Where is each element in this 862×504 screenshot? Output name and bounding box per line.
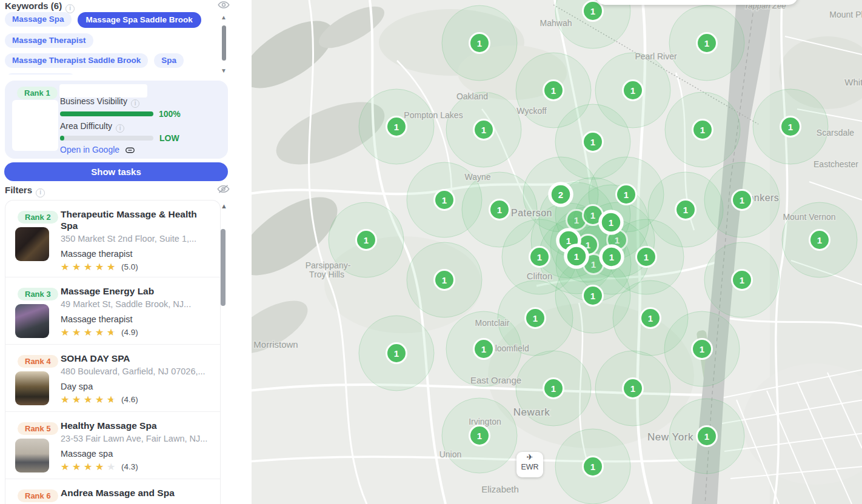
marker-rank-value: 1 (364, 235, 369, 245)
scroll-down-icon[interactable]: ▼ (221, 68, 227, 74)
show-tasks-button[interactable]: Show tasks (4, 162, 228, 181)
hide-results-eye-off-icon[interactable] (217, 184, 230, 197)
keyword-pill-4[interactable]: Spa (154, 53, 184, 68)
rank-marker-1[interactable]: 1 (583, 132, 603, 152)
marker-rank-value: 1 (574, 251, 579, 262)
star-icon: ★★ (95, 394, 107, 405)
rank-marker-1[interactable]: 1 (732, 270, 752, 290)
result-row-rank-2[interactable]: Rank 2Therapeutic Massage & Health Spa35… (5, 201, 220, 277)
business-visibility-label: Business Visibilityi (60, 96, 139, 108)
marker-rank-value: 1 (740, 195, 744, 205)
rank-marker-1[interactable]: 1 (676, 200, 696, 220)
rank-marker-1[interactable]: 1 (623, 379, 643, 399)
star-icon: ★★ (95, 327, 107, 338)
keyword-pill-2[interactable]: Massage Therapist (5, 33, 93, 48)
rank-marker-1[interactable]: 1 (810, 230, 830, 250)
rank-marker-2[interactable]: 2 (550, 184, 572, 205)
map-label-montclair: Montclair (475, 318, 510, 328)
star-rating: ★★★★★★★★★★(4.3) (61, 461, 209, 472)
difficulty-info-icon[interactable]: i (116, 124, 124, 133)
marker-rank-value: 1 (590, 462, 595, 472)
visibility-value: 100% (159, 109, 181, 119)
filters-label: Filtersi (5, 185, 45, 197)
keyword-pill-5[interactable] (5, 73, 76, 75)
map-svg: MahwahTappan ZeeMount PleasantPearl Rive… (252, 0, 862, 504)
rank-marker-1[interactable]: 1 (697, 33, 717, 53)
star-icon: ★★ (95, 261, 107, 273)
map-label-wyckoff: Wyckoff (516, 106, 547, 116)
marker-rank-value: 1 (590, 291, 595, 301)
business-address: 49 Market St, Saddle Brook, NJ... (61, 299, 209, 309)
rank-marker-1[interactable]: 1 (781, 117, 801, 137)
rank-marker-1[interactable]: 1 (474, 120, 494, 140)
marker-rank-value: 1 (740, 275, 744, 285)
list-scroll-up-icon[interactable]: ▲ (221, 202, 227, 210)
business-thumbnail (15, 439, 49, 472)
rank-marker-1[interactable]: 1 (693, 120, 713, 140)
business-address: 350 Market St 2nd Floor, Suite 1,... (61, 234, 209, 244)
marker-rank-value: 1 (615, 235, 620, 245)
business-thumbnail (15, 371, 49, 405)
rank-marker-1[interactable]: 1 (732, 190, 752, 210)
map-search-pill[interactable] (596, 0, 798, 5)
business-name: Therapeutic Massage & Health Spa (61, 206, 209, 231)
keyword-pill-3[interactable]: Massage Therapist Saddle Brook (5, 53, 148, 68)
rank-marker-1[interactable]: 1 (566, 245, 587, 267)
business-category: Massage spa (61, 449, 209, 459)
rank-marker-1[interactable]: 1 (544, 379, 564, 399)
keyword-pill-1[interactable]: Massage Spa Saddle Brook (78, 12, 201, 28)
keyword-pill-0[interactable]: Massage Spa (5, 12, 72, 27)
rank-marker-1[interactable]: 1 (526, 308, 546, 328)
map-label-mahwah: Mahwah (540, 18, 572, 28)
rank-marker-1[interactable]: 1 (356, 230, 376, 250)
rank-marker-1[interactable]: 1 (601, 246, 623, 268)
rank-marker-1[interactable]: 1 (636, 247, 657, 267)
visibility-eye-icon[interactable] (218, 0, 230, 12)
ewr-code-label: EWR (516, 463, 543, 471)
map-label-clifton: Clifton (527, 271, 553, 281)
rank-marker-1[interactable]: 1 (623, 81, 643, 101)
marker-rank-value: 1 (477, 431, 482, 441)
rank-marker-1[interactable]: 1 (544, 81, 564, 101)
rank-marker-1[interactable]: 1 (600, 211, 622, 233)
rank-marker-1[interactable]: 1 (641, 308, 661, 328)
rank-marker-1[interactable]: 1 (583, 286, 603, 306)
marker-rank-value: 1 (497, 205, 502, 215)
rank-marker-1[interactable]: 1 (435, 270, 455, 290)
rank-marker-1[interactable]: 1 (435, 190, 455, 210)
scroll-up-icon[interactable]: ▲ (221, 15, 228, 21)
rank-marker-1[interactable]: 1 (616, 185, 636, 205)
rank-marker-1[interactable]: 1 (387, 343, 407, 363)
visibility-info-icon[interactable]: i (131, 99, 139, 108)
result-row-rank-6[interactable]: Rank 6Andrea Massage and Spa (5, 479, 220, 504)
marker-rank-value: 1 (533, 313, 538, 323)
marker-rank-value: 1 (609, 217, 613, 228)
rank-marker-1[interactable]: 1 (583, 1, 603, 21)
result-row-rank-5[interactable]: Rank 5Healthy Massage Spa23-53 Fair Lawn… (5, 411, 220, 479)
rank-marker-1[interactable]: 1 (692, 339, 712, 359)
star-icon: ★★ (107, 327, 118, 338)
open-in-google-link[interactable]: Open in Google (60, 145, 135, 154)
keywords-scroll-thumb[interactable] (222, 25, 226, 61)
star-icon: ★★ (72, 327, 84, 338)
rank-marker-1[interactable]: 1 (474, 339, 494, 359)
star-icon: ★★ (84, 394, 95, 405)
rank-marker-1[interactable]: 1 (530, 247, 550, 267)
map-label-parsippany-: Parsippany- (306, 260, 351, 270)
result-row-rank-3[interactable]: Rank 3Massage Energy Lab49 Market St, Sa… (5, 277, 220, 344)
rank-marker-1[interactable]: 1 (490, 200, 510, 220)
rank-marker-1[interactable]: 1 (583, 457, 603, 477)
list-scroll-thumb[interactable] (221, 229, 226, 306)
map-label-elizabeth: Elizabeth (481, 484, 519, 494)
rank-marker-1[interactable]: 1 (470, 33, 490, 53)
star-icon: ★★ (95, 461, 107, 472)
result-row-rank-4[interactable]: Rank 4SOHA DAY SPA480 Boulevard, Garfiel… (5, 344, 220, 411)
ewr-airport-control[interactable]: ✈ EWR (516, 452, 543, 477)
map-canvas[interactable]: MahwahTappan ZeeMount PleasantPearl Rive… (252, 0, 862, 504)
business-name: Andrea Massage and Spa (61, 485, 209, 499)
rank-marker-1[interactable]: 1 (387, 117, 407, 137)
keywords-scrollbar[interactable]: ▲ ▼ (221, 15, 228, 75)
rank-marker-1[interactable]: 1 (697, 426, 717, 446)
rank-marker-1[interactable]: 1 (470, 426, 490, 446)
filters-info-icon[interactable]: i (36, 188, 45, 197)
